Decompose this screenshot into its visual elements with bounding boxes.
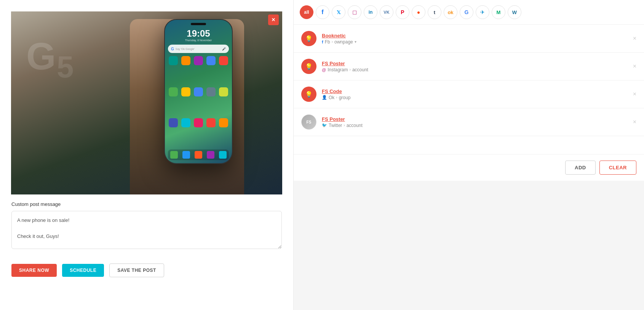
post-message-textarea[interactable]: A new phone is on sale! Check it out, Gu…	[11, 211, 282, 249]
share-now-button[interactable]: SHARE NOW	[11, 264, 57, 277]
app-7[interactable]	[181, 87, 190, 96]
account-name-2[interactable]: FS Poster	[322, 61, 636, 66]
add-button[interactable]: ADD	[565, 161, 596, 175]
remove-account-2-button[interactable]: ×	[633, 63, 636, 70]
dock-app-5[interactable]	[219, 151, 227, 159]
account-path-label-1: Fb	[325, 39, 330, 45]
tumblr-icon: t	[434, 10, 435, 15]
account-item: 💡 FS Poster @ Instagram › account ×	[294, 53, 644, 80]
dock-app-4[interactable]	[207, 151, 214, 159]
app-8[interactable]	[194, 87, 203, 96]
app-1[interactable]	[169, 56, 178, 65]
bottom-actions: ADD CLEAR	[294, 154, 644, 181]
account-path-3: 👤 Ok › group	[322, 95, 636, 100]
app-13[interactable]	[194, 118, 203, 127]
post-message-label: Custom post message	[11, 201, 282, 207]
tab-instagram[interactable]: ◻	[348, 5, 361, 19]
phone-date: Thursday, 8 November	[168, 39, 229, 42]
app-4[interactable]	[206, 56, 216, 65]
mic-icon: 🎤	[222, 47, 226, 51]
remove-account-1-button[interactable]: ×	[633, 35, 636, 42]
clear-button[interactable]: CLEAR	[599, 161, 636, 175]
account-path-4: 🐦 Twitter › account	[322, 123, 636, 128]
network-fb-icon: f	[322, 40, 323, 44]
tab-twitter[interactable]: 𝕏	[332, 5, 345, 19]
account-type-1: ownpage	[334, 39, 353, 45]
tab-linkedin[interactable]: in	[364, 5, 377, 19]
account-item: 💡 Booknetic f Fb › ownpage ▾ ×	[294, 25, 644, 53]
gray-area	[294, 181, 644, 310]
app-14[interactable]	[206, 118, 216, 127]
account-path-label-4: Twitter	[329, 123, 342, 128]
tab-all-label: all	[304, 10, 309, 15]
app-6[interactable]	[169, 87, 178, 96]
close-icon: ×	[272, 17, 275, 23]
account-path-label-2: Instagram	[328, 67, 348, 72]
left-panel: G 5 19:05 Thursday, 8 November G Say 'Ok…	[0, 0, 293, 310]
action-buttons: SHARE NOW SCHEDULE SAVE THE POST	[0, 257, 293, 283]
tab-wordpress[interactable]: W	[508, 5, 521, 19]
search-placeholder-text: Say 'Ok Google'	[176, 48, 195, 50]
tab-facebook[interactable]: f	[316, 5, 329, 19]
account-info-2: FS Poster @ Instagram › account	[322, 61, 636, 72]
account-type-2: account	[352, 67, 368, 72]
schedule-button[interactable]: SCHEDULE	[62, 264, 104, 277]
app-15[interactable]	[219, 118, 228, 127]
chevron-icon-4: ›	[344, 123, 345, 127]
app-grid	[168, 56, 229, 148]
tab-vk[interactable]: VK	[380, 5, 393, 19]
app-3[interactable]	[194, 56, 203, 65]
app-2[interactable]	[181, 56, 190, 65]
app-11[interactable]	[169, 118, 178, 127]
tab-pinterest[interactable]: P	[396, 5, 409, 19]
account-type-3: group	[339, 95, 351, 100]
tab-ok[interactable]: ok	[444, 5, 457, 19]
post-message-section: Custom post message A new phone is on sa…	[0, 194, 293, 257]
remove-account-4-button[interactable]: ×	[633, 119, 636, 125]
account-info-1: Booknetic f Fb › ownpage ▾	[322, 33, 636, 45]
network-twitter-icon: 🐦	[322, 123, 327, 128]
tab-tumblr[interactable]: t	[428, 5, 441, 19]
wordpress-icon: W	[512, 10, 517, 15]
account-avatar-3: 💡	[301, 87, 316, 102]
account-item: 💡 FS Code 👤 Ok › group ×	[294, 80, 644, 108]
tab-reddit[interactable]: ●	[412, 5, 425, 19]
avatar-icon-1: 💡	[305, 35, 313, 42]
instagram-icon: ◻	[352, 9, 357, 16]
tab-telegram[interactable]: ✈	[476, 5, 489, 19]
vk-icon: VK	[384, 10, 389, 14]
account-item: FS FS Poster 🐦 Twitter › account ×	[294, 108, 644, 136]
pinterest-icon: P	[401, 9, 404, 15]
google-g-icon: G	[171, 47, 174, 51]
app-12[interactable]	[181, 118, 190, 127]
close-button[interactable]: ×	[268, 14, 279, 25]
dock-app-2[interactable]	[182, 151, 190, 159]
account-name-3[interactable]: FS Code	[322, 88, 636, 94]
phone-search-bar[interactable]: G Say 'Ok Google' 🎤	[168, 45, 229, 53]
avatar-icon-2: 💡	[305, 63, 313, 70]
account-path-2: @ Instagram › account	[322, 67, 636, 72]
ok-icon: ok	[447, 10, 453, 15]
account-avatar-1: 💡	[301, 31, 316, 46]
account-name-1[interactable]: Booknetic	[322, 33, 636, 39]
twitter-avatar-inner: FS	[302, 115, 316, 129]
image-container: G 5 19:05 Thursday, 8 November G Say 'Ok…	[0, 0, 293, 194]
remove-account-3-button[interactable]: ×	[633, 91, 636, 98]
dock-app-1[interactable]	[170, 151, 178, 159]
chevron-icon-2: ›	[350, 67, 351, 72]
tab-all[interactable]: all	[300, 5, 313, 19]
save-post-button[interactable]: SAVE THE POST	[109, 263, 164, 277]
twitter-icon: 𝕏	[337, 10, 340, 15]
app-10[interactable]	[219, 87, 228, 96]
reddit-icon: ●	[417, 9, 420, 15]
dock-app-3[interactable]	[195, 151, 202, 159]
tab-medium[interactable]: M	[492, 5, 505, 19]
medium-icon: M	[497, 10, 501, 15]
facebook-icon: f	[321, 9, 323, 16]
app-5[interactable]	[219, 56, 228, 65]
chevron-icon-3: ›	[336, 95, 337, 100]
account-name-4[interactable]: FS Poster	[322, 116, 636, 122]
accounts-list: 💡 Booknetic f Fb › ownpage ▾ × 💡 FS Post…	[294, 25, 644, 154]
tab-google[interactable]: G	[460, 5, 473, 19]
app-9[interactable]	[206, 87, 216, 96]
